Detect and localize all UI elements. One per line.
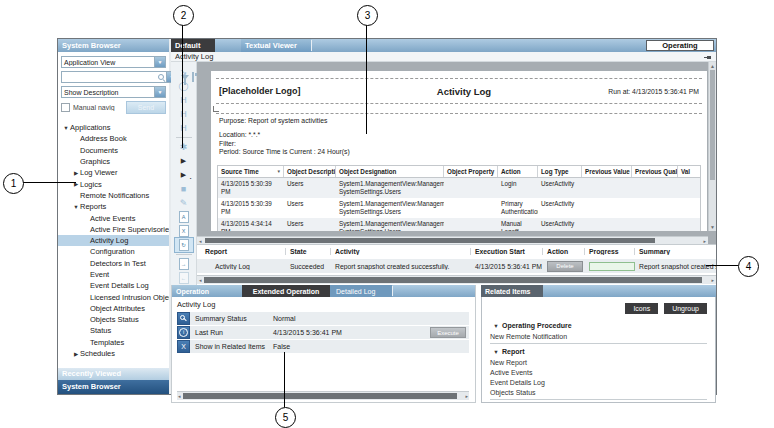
operating-mode-button[interactable]: Operating xyxy=(646,40,714,51)
tab-related-items[interactable]: Related Items xyxy=(481,285,543,297)
column-header-log-type[interactable]: Log Type xyxy=(538,166,582,177)
header-2-icon[interactable]: H xyxy=(175,107,193,121)
scroll-right-icon[interactable]: ▸ xyxy=(703,237,706,244)
scroll-right-icon[interactable]: ▸ xyxy=(711,276,714,284)
column-header-source-time[interactable]: Source Time▾ xyxy=(218,166,284,177)
sidebar-tree-item-log-viewer[interactable]: ▶Log Viewer xyxy=(58,167,169,178)
sidebar-tree-item-active-fire-supervisories[interactable]: Active Fire Supervisories xyxy=(58,224,169,235)
tab-detailed-log[interactable]: Detailed Log xyxy=(330,285,392,297)
export-excel-icon[interactable]: X xyxy=(175,224,193,238)
column-header-action[interactable]: Action xyxy=(498,166,538,177)
manual-nav-checkbox[interactable] xyxy=(61,103,70,112)
description-select[interactable]: Show Description ▼ xyxy=(61,86,166,98)
operation-scroll-thumb[interactable] xyxy=(183,393,457,399)
sidebar-tree-item-configuration[interactable]: Configuration xyxy=(58,246,169,257)
jobs-column-summary[interactable]: Summary xyxy=(635,248,716,255)
related-item-event-details-log[interactable]: Event Details Log xyxy=(490,377,707,387)
table-row[interactable]: 4/13/2015 5:30:39 PMUsersSystem1.Managem… xyxy=(218,198,700,218)
execute-button[interactable]: Execute xyxy=(430,327,466,338)
export-pdf-icon[interactable]: A xyxy=(175,210,193,224)
table-row[interactable]: 4/13/2015 4:34:14 PMUsersSystem1.Managem… xyxy=(218,218,700,231)
tab-textual-viewer[interactable]: Textual Viewer xyxy=(241,39,311,52)
column-header-object-designation[interactable]: Object Designation xyxy=(336,166,444,177)
sidebar-tree-item-object-attributes[interactable]: Object Attributes xyxy=(58,303,169,314)
jobs-column-activity[interactable]: Activity xyxy=(331,248,471,255)
scroll-right-icon[interactable]: ▸ xyxy=(465,392,468,400)
edit-icon[interactable]: ✎ xyxy=(175,196,193,210)
jobs-row[interactable]: Activity Log Succeeded Report snapshot c… xyxy=(197,259,716,273)
tab-extended-operation[interactable]: Extended Operation xyxy=(242,285,330,297)
ring-icon[interactable]: ◯ xyxy=(175,79,193,93)
tab-default[interactable]: Default xyxy=(171,39,215,52)
operation-scrollbar[interactable]: ◂ ▸ xyxy=(177,391,469,400)
operation-row-last-run[interactable]: iLast Run4/13/2015 5:36:41 PMExecute xyxy=(177,326,469,339)
scroll-left-icon[interactable]: ◂ xyxy=(199,237,202,244)
search-icon[interactable] xyxy=(157,73,165,81)
sidebar-tree-item-event-details-log[interactable]: Event Details Log xyxy=(58,280,169,291)
icons-button[interactable]: Icons xyxy=(625,303,658,314)
column-header-previous-value[interactable]: Previous Value xyxy=(582,166,632,177)
scroll-left-icon[interactable]: ◂ xyxy=(199,276,202,284)
search-box[interactable]: ▼ xyxy=(61,71,178,83)
jobs-column-progress[interactable]: Progress xyxy=(585,248,635,255)
horizontal-scrollbar[interactable]: ◂ ▸ xyxy=(197,236,708,244)
jobs-scrollbar[interactable]: ◂ ▸ xyxy=(197,275,716,284)
jobs-column-action[interactable]: Action xyxy=(543,248,585,255)
column-header-previous-quality[interactable]: Previous Quality xyxy=(632,166,678,177)
sidebar-tree-item-documents[interactable]: Documents xyxy=(58,145,169,156)
jobs-scroll-thumb[interactable] xyxy=(204,277,702,283)
scroll-left-icon[interactable]: ◂ xyxy=(178,392,181,400)
sidebar-tree-item-remote-notifications[interactable]: Remote Notifications xyxy=(58,190,169,201)
column-header-object-description[interactable]: Object Description xyxy=(284,166,336,177)
vertical-scroll-thumb[interactable] xyxy=(710,70,715,180)
related-item-new-remote-notification[interactable]: New Remote Notification xyxy=(490,331,707,341)
related-item-new-report[interactable]: New Report xyxy=(490,357,707,367)
sidebar-tree-item-activity-log[interactable]: Activity Log xyxy=(58,235,169,246)
scroll-up-icon[interactable]: ▲ xyxy=(709,63,716,69)
header-1-icon[interactable]: H xyxy=(175,93,193,107)
sidebar-tree-item-address-book[interactable]: Address Book xyxy=(58,133,169,144)
sidebar-tree-item-active-events[interactable]: Active Events xyxy=(58,212,169,223)
tree-expanded-icon[interactable]: ▼ xyxy=(490,323,502,329)
run-icon[interactable]: ▶ xyxy=(175,154,193,168)
related-item-active-events[interactable]: Active Events xyxy=(490,367,707,377)
sidebar-tree-item-logics[interactable]: ▶Logics xyxy=(58,178,169,189)
tree-collapsed-icon[interactable]: ▶ xyxy=(72,351,80,357)
export-doc-icon[interactable]: → xyxy=(175,257,193,271)
stop-icon[interactable]: ■ xyxy=(175,182,193,196)
sidebar-tree-item-status[interactable]: Status xyxy=(58,325,169,336)
related-group-operating-procedure[interactable]: ▼Operating Procedure xyxy=(490,320,707,331)
tree-expanded-icon[interactable]: ▼ xyxy=(72,204,80,210)
column-header-val[interactable]: Val xyxy=(678,166,701,177)
jobs-column-report[interactable]: Report xyxy=(201,248,286,255)
snapshot-icon[interactable]: ↻ xyxy=(175,238,193,252)
tab-operation[interactable]: Operation xyxy=(172,285,242,297)
operation-row-summary-status[interactable]: Summary StatusNormal xyxy=(177,312,469,325)
sidebar-tree-item-licensed-intrusion-objects[interactable]: Licensed Intrusion Objects xyxy=(58,291,169,302)
sidebar-tree-item-objects-status[interactable]: Objects Status xyxy=(58,314,169,325)
operation-row-show-in-related-items[interactable]: XShow in Related ItemsFalse xyxy=(177,340,469,353)
ungroup-button[interactable]: Ungroup xyxy=(664,303,707,314)
tree-expanded-icon[interactable]: ▼ xyxy=(490,349,502,355)
sidebar-tree-item-reports[interactable]: ▼Reports xyxy=(58,201,169,212)
chevron-down-icon[interactable]: ▼ xyxy=(154,87,165,97)
system-browser-bar[interactable]: System Browser xyxy=(58,380,169,394)
table-row[interactable]: 4/13/2015 5:30:39 PMUsersSystem1.Managem… xyxy=(218,178,700,198)
sidebar-tree-item-applications[interactable]: ▼Applications xyxy=(58,122,169,133)
sidebar-tree-item-schedules[interactable]: ▶Schedules xyxy=(58,348,169,359)
pin-icon[interactable] xyxy=(704,53,712,61)
scroll-down-icon[interactable]: ▼ xyxy=(709,224,716,230)
send-button[interactable]: Send xyxy=(126,101,166,114)
search-input[interactable] xyxy=(62,72,157,82)
delete-button[interactable]: Delete xyxy=(547,261,583,272)
run-options-icon[interactable]: ▶▪ xyxy=(175,168,193,182)
column-header-object-property[interactable]: Object Property xyxy=(444,166,498,177)
header-3-icon[interactable]: H xyxy=(175,121,193,135)
tree-collapsed-icon[interactable]: ▶ xyxy=(72,170,80,176)
jobs-column-state[interactable]: State xyxy=(286,248,331,255)
pan-icon[interactable]: ↘ xyxy=(175,65,193,79)
sidebar-tree-item-templates[interactable]: Templates xyxy=(58,337,169,348)
jobs-column-execution-start[interactable]: Execution Start xyxy=(471,248,543,255)
horizontal-scroll-thumb[interactable] xyxy=(205,238,655,243)
chevron-down-icon[interactable]: ▼ xyxy=(154,57,165,67)
